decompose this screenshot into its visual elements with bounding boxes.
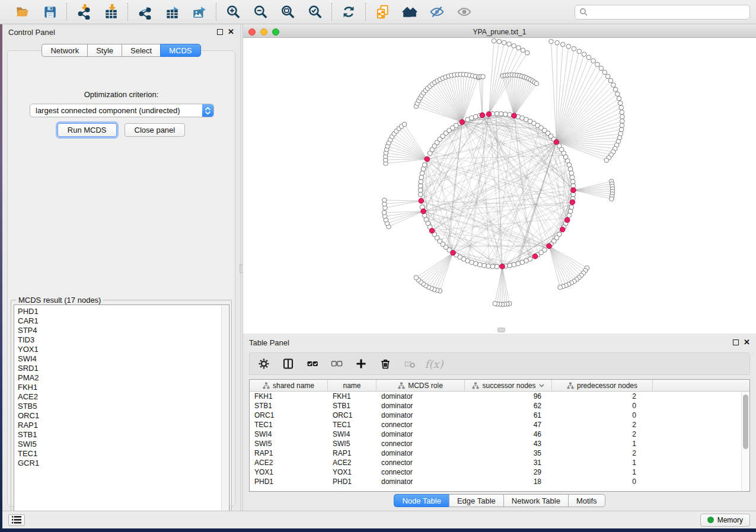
zoom-fit-button[interactable]	[279, 3, 296, 21]
table-cell: PHD1	[328, 477, 377, 486]
mcds-result-item[interactable]: STP4	[18, 326, 229, 335]
mcds-result-item[interactable]: TEC1	[18, 449, 229, 459]
mcds-result-item[interactable]: SWI4	[18, 354, 229, 364]
apply-layout-button[interactable]	[340, 3, 358, 21]
select-all-columns-button[interactable]	[305, 357, 320, 371]
table-cell: connector	[377, 467, 465, 477]
tab-edge-table[interactable]: Edge Table	[449, 494, 503, 507]
search-box[interactable]	[575, 5, 750, 20]
table-panel-float-icon[interactable]	[733, 339, 739, 345]
mcds-result-item[interactable]: SWI5	[18, 440, 229, 449]
tab-node-table[interactable]: Node Table	[394, 494, 449, 507]
table-cell: ORC1	[250, 411, 328, 420]
mcds-result-item[interactable]: ORC1	[18, 411, 229, 421]
open-file-icon	[15, 4, 30, 20]
mcds-result-item[interactable]: SRD1	[18, 364, 229, 373]
zoom-selected-icon	[307, 4, 323, 20]
table-scrollbar[interactable]	[741, 392, 749, 492]
table-options-gear-button[interactable]	[257, 357, 271, 371]
column-header-predecessor-nodes[interactable]: predecessor nodes	[552, 380, 653, 391]
mcds-result-item[interactable]: STB5	[18, 402, 229, 411]
add-column-button[interactable]	[354, 357, 368, 371]
column-header-MCDS-role[interactable]: MCDS role	[377, 380, 465, 391]
tab-motifs[interactable]: Motifs	[568, 494, 605, 507]
network-canvas[interactable]	[243, 38, 756, 334]
mcds-result-item[interactable]: TID3	[18, 335, 229, 345]
mcds-result-item[interactable]: RAP1	[18, 421, 229, 430]
optimization-criterion-select[interactable]: largest connected component (undirected)	[30, 104, 214, 117]
ring-node	[495, 111, 499, 116]
tab-style[interactable]: Style	[87, 44, 122, 57]
table-row[interactable]: FKH1FKH1dominator962	[250, 392, 749, 401]
control-panel-close-icon[interactable]: ✕	[228, 29, 234, 35]
table-cell: 0	[546, 401, 641, 411]
window-minimize-icon[interactable]	[260, 28, 267, 36]
table-scrollbar-thumb[interactable]	[743, 395, 748, 449]
show-all-button[interactable]	[455, 3, 473, 21]
ring-node	[569, 171, 574, 175]
zoom-selected-button[interactable]	[306, 3, 324, 21]
horizontal-splitter-handle[interactable]	[497, 328, 505, 332]
mcds-result-item[interactable]: PMA2	[18, 373, 229, 383]
table-row[interactable]: SWI5SWI5connector431	[250, 439, 749, 448]
unselect-all-columns-icon	[331, 358, 343, 370]
column-header-shared-name[interactable]: shared name	[250, 380, 328, 391]
mcds-result-item[interactable]: FKH1	[18, 383, 229, 392]
network-window-titlebar[interactable]: YPA_prune.txt_1	[243, 26, 756, 38]
mcds-result-item[interactable]: STB1	[18, 430, 229, 440]
memory-button[interactable]: Memory	[700, 514, 750, 527]
unselect-all-columns-button[interactable]	[330, 357, 344, 371]
import-network-button[interactable]	[75, 3, 92, 21]
table-row[interactable]: RAP1RAP1dominator352	[250, 448, 749, 458]
close-panel-button[interactable]: Close panel	[125, 123, 186, 137]
show-panels-button[interactable]	[8, 514, 25, 526]
run-mcds-button[interactable]: Run MCDS	[58, 123, 117, 137]
duplicate-network-button[interactable]	[374, 3, 391, 21]
function-builder-button[interactable]: f(x)	[427, 357, 441, 371]
save-session-button[interactable]	[41, 3, 59, 21]
hide-selected-button[interactable]	[428, 3, 446, 21]
column-header-successor-nodes[interactable]: successor nodes	[465, 380, 552, 391]
mcds-result-list[interactable]: PHD1CAR1STP4TID3YOX1SWI4SRD1PMA2FKH1ACE2…	[14, 305, 229, 517]
mcds-result-item[interactable]: PHD1	[18, 307, 229, 316]
export-network-button[interactable]	[136, 3, 154, 21]
export-image-button[interactable]	[190, 3, 208, 21]
mcds-result-item[interactable]: YOX1	[18, 345, 229, 354]
tab-mcds[interactable]: MCDS	[160, 44, 200, 57]
search-input[interactable]	[591, 8, 745, 16]
delete-table-icon	[404, 358, 416, 370]
open-file-button[interactable]	[14, 3, 31, 21]
table-row[interactable]: YOX1YOX1connector291	[250, 467, 749, 477]
table-row[interactable]: PHD1PHD1dominator180	[250, 477, 749, 486]
table-row[interactable]: STB1STB1dominator620	[250, 401, 749, 411]
column-header-name[interactable]: name	[328, 380, 377, 391]
first-neighbors-button[interactable]	[401, 3, 419, 21]
table-row[interactable]: TEC1TEC1connector472	[250, 420, 749, 430]
table-row[interactable]: SWI4SWI4dominator462	[250, 430, 749, 439]
export-table-button[interactable]	[163, 3, 181, 21]
delete-column-button[interactable]	[378, 357, 393, 371]
import-table-button[interactable]	[102, 3, 120, 21]
tab-select[interactable]: Select	[122, 44, 160, 57]
zoom-in-button[interactable]	[224, 3, 242, 21]
mcds-result-item[interactable]: ACE2	[18, 392, 229, 402]
table-row[interactable]: ACE2ACE2connector311	[250, 458, 749, 467]
mcds-list-scrollbar[interactable]	[221, 306, 228, 515]
node-table-header: shared namenameMCDS rolesuccessor nodesp…	[250, 380, 749, 392]
tab-network[interactable]: Network	[42, 44, 87, 57]
window-close-icon[interactable]	[248, 28, 256, 36]
table-panel-close-icon[interactable]: ✕	[744, 339, 750, 345]
table-cell: dominator	[377, 448, 465, 458]
delete-table-button[interactable]	[403, 357, 417, 371]
mcds-result-item[interactable]: GCR1	[18, 459, 229, 468]
show-columns-button[interactable]	[281, 357, 295, 371]
control-panel-float-icon[interactable]	[217, 29, 223, 35]
mcds-result-item[interactable]: CAR1	[18, 316, 229, 326]
tab-network-table[interactable]: Network Table	[503, 494, 568, 507]
toolbar-group	[366, 3, 481, 21]
window-zoom-icon[interactable]	[272, 28, 279, 36]
ring-node	[495, 264, 499, 269]
zoom-out-button[interactable]	[251, 3, 269, 21]
table-cell: 2	[546, 392, 641, 401]
table-row[interactable]: ORC1ORC1dominator610	[250, 411, 749, 420]
